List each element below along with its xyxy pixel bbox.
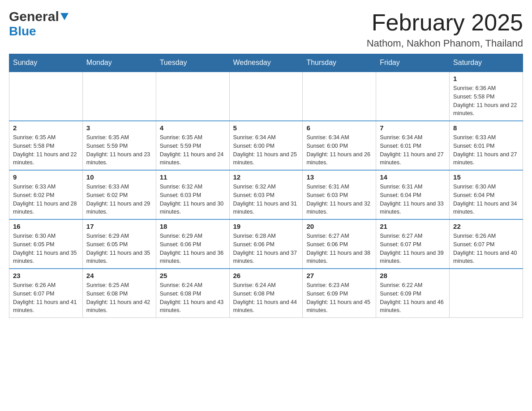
day-number: 27 [306, 272, 372, 279]
day-number: 6 [306, 124, 372, 132]
day-info: Sunrise: 6:31 AM Sunset: 6:03 PM Dayligh… [306, 183, 372, 216]
logo: General Blue [9, 9, 69, 39]
calendar-header-thursday: Thursday [303, 54, 376, 72]
calendar-day-17: 17Sunrise: 6:29 AM Sunset: 6:05 PM Dayli… [82, 219, 156, 269]
day-number: 4 [160, 124, 226, 132]
calendar-empty-cell [303, 72, 376, 121]
calendar-day-25: 25Sunrise: 6:24 AM Sunset: 6:08 PM Dayli… [156, 269, 229, 318]
day-info: Sunrise: 6:33 AM Sunset: 6:01 PM Dayligh… [453, 133, 519, 167]
day-info: Sunrise: 6:30 AM Sunset: 6:05 PM Dayligh… [13, 232, 79, 265]
day-number: 3 [86, 124, 152, 132]
calendar-day-22: 22Sunrise: 6:26 AM Sunset: 6:07 PM Dayli… [450, 219, 523, 269]
day-number: 8 [453, 124, 519, 132]
calendar-empty-cell [9, 72, 83, 121]
day-number: 21 [380, 223, 446, 230]
day-info: Sunrise: 6:23 AM Sunset: 6:09 PM Dayligh… [306, 281, 372, 315]
day-number: 5 [233, 124, 299, 132]
logo-triangle-icon [60, 13, 69, 21]
day-info: Sunrise: 6:32 AM Sunset: 6:03 PM Dayligh… [233, 183, 299, 216]
day-info: Sunrise: 6:34 AM Sunset: 6:01 PM Dayligh… [380, 133, 446, 167]
day-number: 28 [380, 272, 446, 279]
calendar-day-10: 10Sunrise: 6:33 AM Sunset: 6:02 PM Dayli… [82, 170, 156, 219]
calendar-day-16: 16Sunrise: 6:30 AM Sunset: 6:05 PM Dayli… [9, 219, 83, 269]
day-number: 2 [13, 124, 79, 132]
day-number: 18 [160, 223, 226, 230]
calendar-day-4: 4Sunrise: 6:35 AM Sunset: 5:59 PM Daylig… [156, 121, 229, 170]
day-number: 14 [380, 173, 446, 181]
day-info: Sunrise: 6:34 AM Sunset: 6:00 PM Dayligh… [306, 133, 372, 167]
day-info: Sunrise: 6:31 AM Sunset: 6:04 PM Dayligh… [380, 183, 446, 216]
calendar-day-18: 18Sunrise: 6:29 AM Sunset: 6:06 PM Dayli… [156, 219, 229, 269]
calendar-day-9: 9Sunrise: 6:33 AM Sunset: 6:02 PM Daylig… [9, 170, 83, 219]
calendar-day-6: 6Sunrise: 6:34 AM Sunset: 6:00 PM Daylig… [303, 121, 376, 170]
day-number: 26 [233, 272, 299, 279]
calendar-day-23: 23Sunrise: 6:26 AM Sunset: 6:07 PM Dayli… [9, 269, 83, 318]
day-info: Sunrise: 6:26 AM Sunset: 6:07 PM Dayligh… [453, 232, 519, 265]
calendar-header-wednesday: Wednesday [229, 54, 303, 72]
calendar-empty-cell [82, 72, 156, 121]
day-number: 17 [86, 223, 152, 230]
day-info: Sunrise: 6:32 AM Sunset: 6:03 PM Dayligh… [160, 183, 226, 216]
day-info: Sunrise: 6:29 AM Sunset: 6:06 PM Dayligh… [160, 232, 226, 265]
calendar-day-11: 11Sunrise: 6:32 AM Sunset: 6:03 PM Dayli… [156, 170, 229, 219]
day-number: 16 [13, 223, 79, 230]
day-info: Sunrise: 6:30 AM Sunset: 6:04 PM Dayligh… [453, 183, 519, 216]
day-info: Sunrise: 6:24 AM Sunset: 6:08 PM Dayligh… [160, 281, 226, 315]
calendar-day-24: 24Sunrise: 6:25 AM Sunset: 6:08 PM Dayli… [82, 269, 156, 318]
day-info: Sunrise: 6:35 AM Sunset: 5:58 PM Dayligh… [13, 133, 79, 167]
calendar-day-1: 1Sunrise: 6:36 AM Sunset: 5:58 PM Daylig… [450, 72, 523, 121]
day-number: 7 [380, 124, 446, 132]
calendar-week-row: 16Sunrise: 6:30 AM Sunset: 6:05 PM Dayli… [9, 219, 523, 269]
logo-general-text: General [9, 9, 59, 24]
calendar-day-15: 15Sunrise: 6:30 AM Sunset: 6:04 PM Dayli… [450, 170, 523, 219]
calendar-day-14: 14Sunrise: 6:31 AM Sunset: 6:04 PM Dayli… [376, 170, 450, 219]
day-number: 13 [306, 173, 372, 181]
day-number: 15 [453, 173, 519, 181]
day-number: 9 [13, 173, 79, 181]
calendar-day-3: 3Sunrise: 6:35 AM Sunset: 5:59 PM Daylig… [82, 121, 156, 170]
calendar-day-7: 7Sunrise: 6:34 AM Sunset: 6:01 PM Daylig… [376, 121, 450, 170]
day-info: Sunrise: 6:25 AM Sunset: 6:08 PM Dayligh… [86, 281, 152, 315]
day-info: Sunrise: 6:35 AM Sunset: 5:59 PM Dayligh… [86, 133, 152, 167]
calendar-header-saturday: Saturday [450, 54, 523, 72]
calendar-week-row: 9Sunrise: 6:33 AM Sunset: 6:02 PM Daylig… [9, 170, 523, 219]
day-info: Sunrise: 6:27 AM Sunset: 6:07 PM Dayligh… [380, 232, 446, 265]
logo-blue-text: Blue [9, 24, 36, 38]
calendar-header-sunday: Sunday [9, 54, 83, 72]
day-info: Sunrise: 6:28 AM Sunset: 6:06 PM Dayligh… [233, 232, 299, 265]
day-info: Sunrise: 6:27 AM Sunset: 6:06 PM Dayligh… [306, 232, 372, 265]
calendar-week-row: 2Sunrise: 6:35 AM Sunset: 5:58 PM Daylig… [9, 121, 523, 170]
day-info: Sunrise: 6:22 AM Sunset: 6:09 PM Dayligh… [380, 281, 446, 315]
calendar-day-2: 2Sunrise: 6:35 AM Sunset: 5:58 PM Daylig… [9, 121, 83, 170]
day-info: Sunrise: 6:26 AM Sunset: 6:07 PM Dayligh… [13, 281, 79, 315]
calendar-day-19: 19Sunrise: 6:28 AM Sunset: 6:06 PM Dayli… [229, 219, 303, 269]
calendar-day-26: 26Sunrise: 6:24 AM Sunset: 6:08 PM Dayli… [229, 269, 303, 318]
calendar-empty-cell [229, 72, 303, 121]
calendar-table: SundayMondayTuesdayWednesdayThursdayFrid… [9, 54, 523, 318]
calendar-empty-cell [450, 269, 523, 318]
day-info: Sunrise: 6:33 AM Sunset: 6:02 PM Dayligh… [13, 183, 79, 216]
day-number: 25 [160, 272, 226, 279]
calendar-header-tuesday: Tuesday [156, 54, 229, 72]
day-info: Sunrise: 6:24 AM Sunset: 6:08 PM Dayligh… [233, 281, 299, 315]
day-info: Sunrise: 6:34 AM Sunset: 6:00 PM Dayligh… [233, 133, 299, 167]
calendar-header-friday: Friday [376, 54, 450, 72]
day-number: 10 [86, 173, 152, 181]
calendar-day-28: 28Sunrise: 6:22 AM Sunset: 6:09 PM Dayli… [376, 269, 450, 318]
svg-marker-0 [60, 13, 69, 20]
calendar-empty-cell [376, 72, 450, 121]
calendar-day-27: 27Sunrise: 6:23 AM Sunset: 6:09 PM Dayli… [303, 269, 376, 318]
calendar-day-12: 12Sunrise: 6:32 AM Sunset: 6:03 PM Dayli… [229, 170, 303, 219]
day-number: 19 [233, 223, 299, 230]
calendar-header-row: SundayMondayTuesdayWednesdayThursdayFrid… [9, 54, 523, 72]
month-title: February 2025 [367, 9, 523, 36]
calendar-day-20: 20Sunrise: 6:27 AM Sunset: 6:06 PM Dayli… [303, 219, 376, 269]
day-number: 12 [233, 173, 299, 181]
calendar-day-8: 8Sunrise: 6:33 AM Sunset: 6:01 PM Daylig… [450, 121, 523, 170]
day-info: Sunrise: 6:36 AM Sunset: 5:58 PM Dayligh… [453, 84, 519, 118]
day-number: 22 [453, 223, 519, 230]
day-info: Sunrise: 6:29 AM Sunset: 6:05 PM Dayligh… [86, 232, 152, 265]
calendar-day-13: 13Sunrise: 6:31 AM Sunset: 6:03 PM Dayli… [303, 170, 376, 219]
day-number: 20 [306, 223, 372, 230]
calendar-empty-cell [156, 72, 229, 121]
